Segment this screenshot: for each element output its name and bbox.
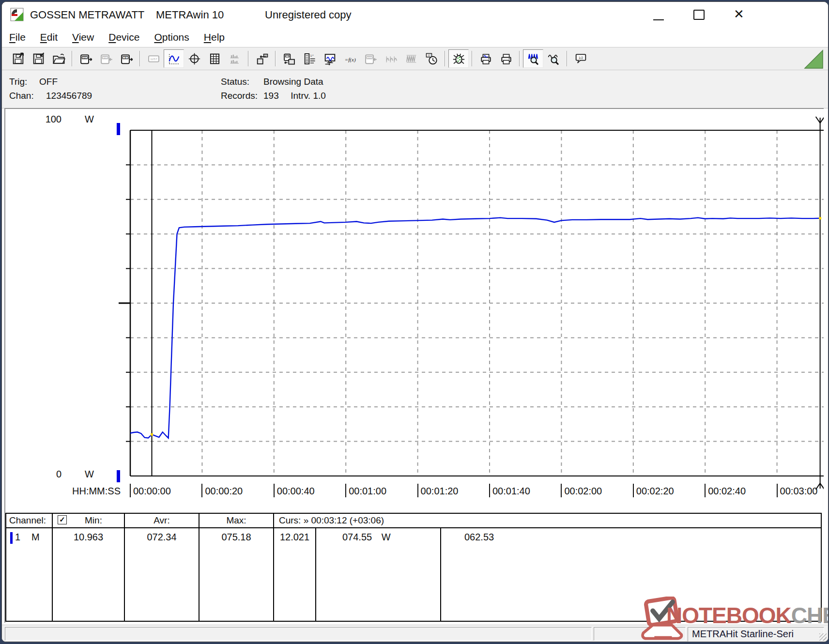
save-as-button[interactable]: [28, 49, 48, 68]
toolbar-separator: [139, 51, 140, 66]
channel-settings-button[interactable]: 1:*: [299, 49, 320, 68]
y-axis-max-label: 100: [33, 114, 61, 125]
y-axis-unit-bottom: W: [85, 469, 94, 480]
cursor2-handle[interactable]: [816, 117, 820, 123]
zoom-out-button[interactable]: [543, 49, 564, 68]
toolbar-separator: [72, 51, 73, 66]
status-label: Status:: [221, 75, 263, 89]
meter-out-icon: 321: [79, 52, 92, 65]
send-device-button: 321: [96, 49, 116, 68]
x-axis-labels: HH:MM:SS 00:00:0000:00:2000:00:4000:01:0…: [4, 484, 824, 499]
toolbar-separator: [248, 51, 249, 66]
table-header-avr: Avr:: [125, 515, 199, 526]
zoom-mode-button[interactable]: [523, 49, 543, 68]
print-preview-icon: [479, 52, 492, 65]
x-tick-label: 00:01:20: [417, 484, 459, 497]
device-settings-button[interactable]: [279, 49, 299, 68]
cursor-intersection-dot: [819, 217, 821, 219]
notebookcheck-watermark: NOTEBOOKCHECK: [635, 597, 829, 642]
export-button[interactable]: [252, 49, 272, 68]
watermark-check-text: CHECK: [791, 603, 829, 628]
clock-icon: 12: [425, 52, 438, 65]
crosshair-icon: [188, 52, 201, 65]
time-settings-button[interactable]: 12: [421, 49, 442, 68]
table-view-button[interactable]: [204, 49, 225, 68]
table-icon: [208, 52, 221, 65]
toolbar-separator: [275, 51, 276, 66]
table-header-min-cell: ✓ Min:: [53, 513, 124, 527]
channel-mode: M: [31, 532, 40, 543]
save-button[interactable]: [8, 49, 28, 68]
menu-item-view[interactable]: View: [72, 31, 94, 43]
x-tick-label: 00:00:20: [201, 484, 243, 497]
toolbar-separator: [519, 51, 520, 66]
meter-in-icon: 321: [100, 52, 113, 65]
table-header-cursor: Curs: » 00:03:12 (+03:06): [274, 515, 816, 526]
maximize-button[interactable]: [693, 10, 705, 20]
channel-number: 1: [15, 532, 20, 543]
table-cell-delta: 062.53: [441, 528, 683, 543]
table-header-channel: Channel:: [6, 515, 51, 526]
menu-bar: FileEditViewDeviceOptionsHelp: [2, 28, 829, 47]
cursor2-handle[interactable]: [820, 117, 824, 123]
disk-in-icon: [32, 52, 45, 65]
open-button[interactable]: [48, 49, 69, 68]
curves-separate-button: [381, 49, 401, 68]
minimize-button[interactable]: [653, 19, 664, 20]
monitor-settings-button[interactable]: [320, 49, 340, 68]
statusbar-pane-main: [5, 627, 592, 641]
toolbar-separator: [445, 51, 445, 66]
menu-item-device[interactable]: Device: [108, 31, 139, 43]
formula-button[interactable]: =f(x): [340, 49, 360, 68]
read-memory-button[interactable]: M: [116, 49, 137, 68]
menu-item-edit[interactable]: Edit: [40, 31, 58, 43]
table-cell-cursor1: 12.021: [274, 528, 315, 543]
menu-item-options[interactable]: Options: [154, 31, 189, 43]
chart-panel: 100 W 0 W HH:MM:SS 00:00:0000:00:2000:00…: [4, 108, 824, 623]
print-button[interactable]: [496, 49, 516, 68]
curve-icon: [168, 52, 181, 65]
svg-text:321: 321: [83, 56, 87, 59]
svg-text:12: 12: [428, 54, 430, 57]
table-cell-cursor2: 074.55 W: [316, 528, 440, 543]
chart-view-button[interactable]: [164, 49, 184, 68]
menu-item-help[interactable]: Help: [204, 31, 225, 43]
read-device-button[interactable]: 321: [76, 49, 96, 68]
app-icon: [10, 8, 24, 23]
svg-text:321: 321: [103, 56, 107, 59]
toolbar-separator: [472, 51, 473, 66]
scope-view-button[interactable]: [184, 49, 204, 68]
device-readout-button: 321: [360, 49, 381, 68]
annotation-button[interactable]: 1/2: [570, 49, 591, 68]
waves-dense-icon: [405, 52, 418, 65]
disk-out-icon: [12, 52, 25, 65]
channel-visible-checkbox[interactable]: ✓: [58, 515, 67, 524]
menu-item-file[interactable]: File: [9, 31, 26, 43]
x-tick-label: 00:00:00: [130, 484, 171, 497]
app-window: GOSSEN METRAWATT METRAwin 10 Unregistere…: [1, 1, 829, 642]
table-header-max: Max:: [200, 515, 273, 526]
cursor2-unit: W: [382, 532, 391, 542]
zoom-wave-icon: [527, 52, 540, 65]
table-row-channel: 1 M: [6, 528, 51, 621]
svg-text:1:*: 1:*: [310, 54, 314, 57]
channel-label: Chan:: [9, 89, 46, 103]
table-cell-max: 075.18: [200, 528, 273, 543]
fx-icon: =f(x): [344, 52, 357, 65]
close-button[interactable]: ✕: [734, 7, 744, 22]
records-label: Records:: [221, 89, 263, 103]
chart-area[interactable]: [96, 109, 824, 506]
debug-button[interactable]: [448, 49, 469, 68]
waves-split-icon: [384, 52, 398, 65]
print-preview-button[interactable]: [476, 49, 496, 68]
acquisition-info-bar: Trig:OFF Chan:123456789 Status:Browsing …: [2, 70, 828, 108]
table-cell-min: 10.963: [53, 528, 124, 543]
meter-m-icon: M: [120, 52, 133, 65]
x-tick-label: 00:01:40: [489, 484, 530, 497]
display-values-button: 1257: [143, 49, 164, 68]
svg-text:1257: 1257: [150, 58, 157, 61]
x-tick-label: 00:00:40: [274, 484, 315, 497]
display-icon: 1257: [147, 52, 160, 65]
device-disk-icon: [283, 52, 296, 65]
printer-icon: [500, 52, 513, 65]
